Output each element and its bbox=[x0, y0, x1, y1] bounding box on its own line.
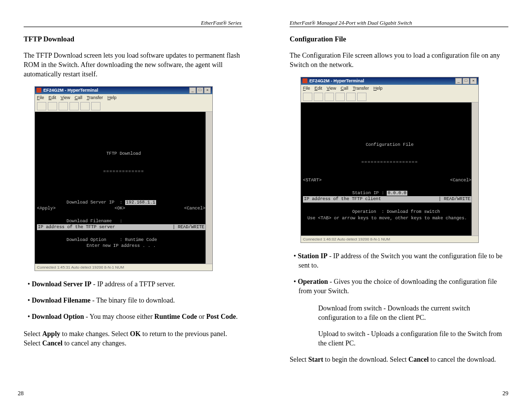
toolbar-button[interactable] bbox=[303, 93, 312, 101]
app-icon bbox=[36, 88, 41, 93]
window-titlebar: EF24G2M - HyperTerminal _ □ × bbox=[301, 77, 478, 85]
toolbar-button[interactable] bbox=[69, 102, 79, 110]
closing-paragraph: Select Start to begin the download. Sele… bbox=[290, 355, 508, 365]
screenshot-tftp: EF24G2M - HyperTerminal _ □ × FileEditVi… bbox=[34, 86, 213, 271]
sub-download: Download from switch - Downloads the cur… bbox=[318, 304, 508, 323]
term-heading: TFTP Download bbox=[37, 151, 210, 157]
maximize-icon[interactable]: □ bbox=[463, 78, 469, 84]
menubar[interactable]: FileEditViewCallTransferHelp bbox=[35, 94, 212, 101]
section-title: Configuration File bbox=[290, 35, 508, 43]
term-start[interactable]: <START> bbox=[303, 177, 322, 184]
minimize-icon[interactable]: _ bbox=[455, 78, 462, 84]
bullet-option: Download Option - You may choose either … bbox=[33, 312, 242, 322]
scrollbar[interactable] bbox=[471, 103, 478, 236]
toolbar-button[interactable] bbox=[48, 102, 57, 110]
statusbar: Connected 1:46:02 Auto detect 19200 8-N-… bbox=[301, 236, 478, 242]
toolbar-button[interactable] bbox=[314, 93, 323, 101]
sub-upload: Upload to switch - Uploads a configurati… bbox=[318, 330, 508, 348]
page-header: EtherFast® Managed 24-Port with Dual Gig… bbox=[290, 20, 508, 27]
window-buttons: _ □ × bbox=[189, 87, 211, 94]
term-hint: IP address of the TFTP client bbox=[304, 196, 381, 203]
term-cancel[interactable]: <Cancel> bbox=[450, 177, 471, 184]
page-number: 28 bbox=[18, 390, 24, 397]
toolbar-button[interactable] bbox=[325, 93, 334, 101]
term-mode: | READ/WRITE bbox=[438, 196, 470, 203]
close-icon[interactable]: × bbox=[470, 78, 477, 84]
term-cancel[interactable]: <Cancel> bbox=[184, 206, 205, 212]
menubar[interactable]: FileEditViewCallTransferHelp bbox=[301, 85, 478, 92]
term-mode: | READ/WRITE bbox=[172, 224, 204, 231]
toolbar-button[interactable] bbox=[80, 102, 90, 110]
term-footer: <START> <Cancel> IP address of the TFTP … bbox=[303, 165, 471, 234]
terminal-area: TFTP Download ============= Download Ser… bbox=[35, 112, 212, 264]
page-number: 29 bbox=[502, 390, 508, 397]
bullet-list: Station IP - IP address of the Switch yo… bbox=[290, 252, 508, 296]
app-icon bbox=[302, 78, 307, 83]
minimize-icon[interactable]: _ bbox=[189, 87, 196, 94]
window-buttons: _ □ × bbox=[455, 78, 477, 84]
bullet-station-ip: Station IP - IP address of the Switch yo… bbox=[299, 252, 508, 271]
term-heading: Configuration File bbox=[303, 142, 476, 148]
terminal-area: Configuration File ================== St… bbox=[301, 103, 478, 236]
bullet-list: Download Server IP - IP address of a TFT… bbox=[24, 280, 242, 322]
page-header: EtherFast® Series bbox=[24, 20, 242, 27]
toolbar bbox=[35, 101, 212, 112]
term-ok[interactable]: <OK> bbox=[114, 206, 125, 212]
bullet-filename: Download Filename - The binary file to d… bbox=[33, 296, 242, 306]
term-footer: <Apply> <OK> <Cancel> IP address of the … bbox=[37, 193, 205, 262]
scrollbar[interactable] bbox=[205, 112, 212, 264]
page-left: EtherFast® Series TFTP Download The TFTP… bbox=[0, 0, 266, 411]
close-icon[interactable]: × bbox=[204, 87, 211, 94]
header-text: EtherFast® Series bbox=[24, 20, 241, 26]
closing-paragraph: Select Apply to make changes. Select OK … bbox=[24, 330, 242, 348]
window-title: EF24G2M - HyperTerminal bbox=[309, 78, 364, 83]
toolbar-button[interactable] bbox=[91, 102, 100, 110]
intro-paragraph: The TFTP Download screen lets you load s… bbox=[24, 51, 242, 79]
page-right: EtherFast® Managed 24-Port with Dual Gig… bbox=[266, 0, 532, 411]
toolbar-button[interactable] bbox=[37, 102, 46, 110]
toolbar-button[interactable] bbox=[357, 93, 366, 101]
term-hint: IP address of the TFTP server bbox=[38, 224, 115, 231]
term-apply[interactable]: <Apply> bbox=[37, 206, 56, 212]
toolbar-button[interactable] bbox=[346, 93, 356, 101]
term-rule: ============= bbox=[37, 169, 210, 175]
window-titlebar: EF24G2M - HyperTerminal _ □ × bbox=[35, 87, 212, 94]
intro-paragraph: The Configuration File screen allows you… bbox=[290, 51, 508, 70]
window-title: EF24G2M - HyperTerminal bbox=[43, 88, 98, 93]
header-text: EtherFast® Managed 24-Port with Dual Gig… bbox=[290, 20, 508, 26]
maximize-icon[interactable]: □ bbox=[197, 87, 203, 94]
statusbar: Connected 1:45:31 Auto detect 19200 8-N-… bbox=[35, 264, 212, 271]
toolbar bbox=[301, 92, 478, 103]
toolbar-button[interactable] bbox=[59, 102, 68, 110]
term-prompt: Use <TAB> or arrow keys to move, other k… bbox=[303, 215, 471, 222]
bullet-operation: Operation - Gives you the choice of down… bbox=[299, 277, 508, 296]
toolbar-button[interactable] bbox=[335, 93, 345, 101]
bullet-server-ip: Download Server IP - IP address of a TFT… bbox=[33, 280, 242, 289]
screenshot-config: EF24G2M - HyperTerminal _ □ × FileEditVi… bbox=[300, 77, 479, 243]
term-prompt: Enter new IP address . . . bbox=[37, 242, 205, 249]
section-title: TFTP Download bbox=[24, 35, 242, 43]
